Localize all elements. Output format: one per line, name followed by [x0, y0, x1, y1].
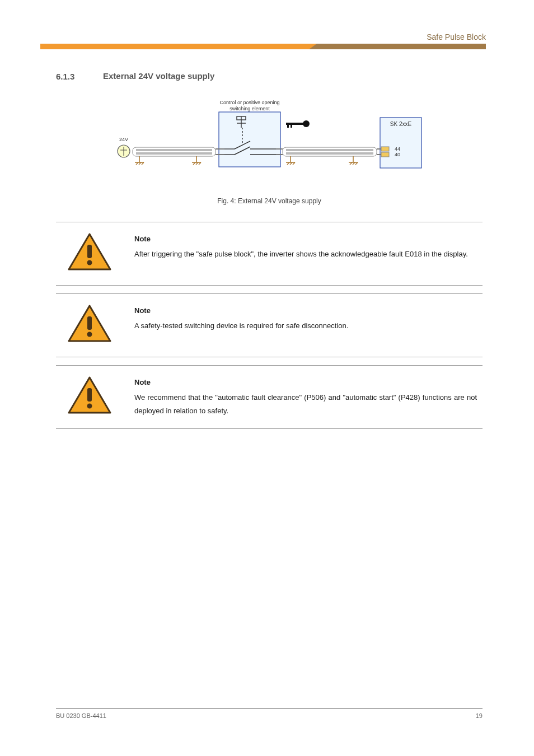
- footer-left: BU 0230 GB-4411: [56, 712, 106, 719]
- note-block: Note A safety-tested switching device is…: [56, 294, 483, 357]
- section-title: External 24V voltage supply: [103, 71, 483, 81]
- svg-rect-29: [287, 125, 289, 128]
- note-label: Note: [134, 232, 477, 246]
- header-divider: [40, 44, 486, 49]
- warning-icon: [67, 376, 112, 418]
- label-24v: 24V: [119, 137, 128, 142]
- label-device: SK 2xxE: [390, 121, 412, 127]
- svg-rect-46: [381, 152, 389, 157]
- warning-icon: [67, 304, 112, 347]
- svg-point-61: [87, 404, 92, 409]
- svg-rect-57: [87, 316, 92, 330]
- note-label: Note: [134, 376, 477, 390]
- svg-rect-54: [87, 245, 92, 258]
- note-body: A safety-tested switching device is requ…: [134, 319, 477, 333]
- page-footer: BU 0230 GB-4411 19: [56, 708, 483, 719]
- svg-rect-4: [136, 149, 212, 151]
- note-body: After triggering the "safe pulse block",…: [134, 248, 477, 262]
- wiring-figure: 24V Control or positive opening: [56, 95, 483, 193]
- svg-rect-32: [286, 149, 373, 151]
- svg-rect-33: [286, 152, 373, 155]
- key-icon: [286, 120, 310, 128]
- page-content: 6.1.3 External 24V voltage supply 24V: [56, 72, 483, 429]
- svg-rect-5: [136, 152, 212, 155]
- divider: [56, 428, 483, 429]
- svg-rect-45: [381, 147, 389, 151]
- note-label: Note: [134, 304, 477, 318]
- footer-page-number: 19: [476, 712, 483, 719]
- figure-caption: Fig. 4: External 24V voltage supply: [56, 197, 483, 205]
- warning-icon: [67, 232, 112, 275]
- label-port-40: 40: [395, 152, 400, 157]
- note-block: Note After triggering the "safe pulse bl…: [56, 222, 483, 285]
- label-unit-line1: Control or positive opening: [219, 100, 279, 105]
- note-body: We recommend that the "automatic fault c…: [134, 391, 477, 418]
- label-port-44: 44: [395, 146, 400, 152]
- svg-point-55: [87, 260, 92, 265]
- label-unit-line2: switching element: [229, 106, 270, 111]
- svg-rect-31: [283, 147, 377, 156]
- svg-rect-3: [133, 147, 216, 156]
- svg-rect-28: [286, 123, 305, 125]
- header-doc-title: Safe Pulse Block: [427, 32, 486, 41]
- svg-rect-60: [87, 388, 92, 402]
- svg-point-58: [87, 332, 92, 337]
- svg-rect-16: [219, 112, 280, 167]
- note-block: Note We recommend that the "automatic fa…: [56, 366, 483, 428]
- svg-rect-30: [291, 125, 292, 128]
